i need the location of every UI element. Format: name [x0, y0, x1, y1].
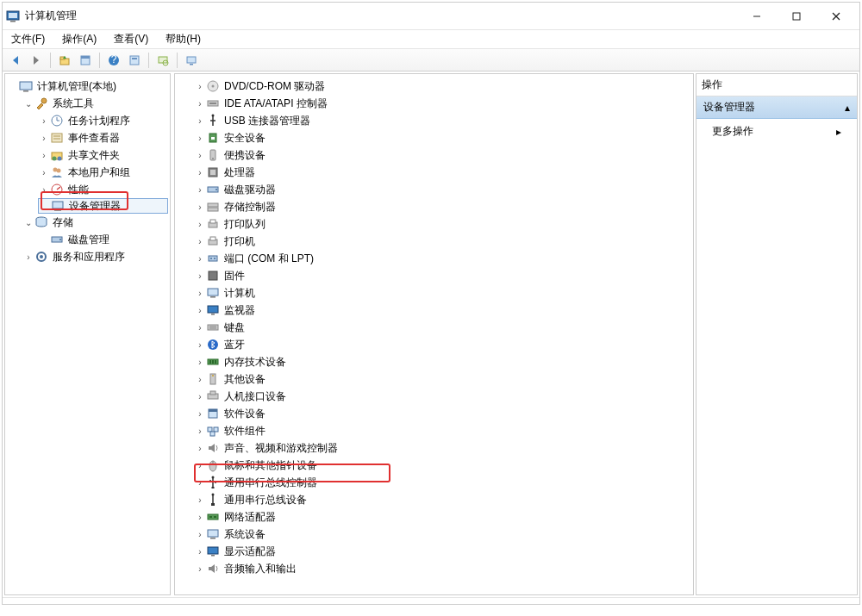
设备节点-dvd[interactable]: ›DVD/CD-ROM 驱动器 [194, 78, 691, 95]
设备节点-usb_conn[interactable]: ›USB 连接器管理器 [194, 112, 691, 129]
展开图标[interactable]: › [194, 271, 206, 281]
展开图标[interactable]: › [194, 82, 206, 91]
刷新按钮[interactable] [125, 51, 144, 70]
设备节点-sw_devices[interactable]: ›软件设备 [194, 405, 691, 422]
设备节点-usb_ctrl[interactable]: ›通用串行总线控制器 [194, 474, 691, 491]
帮助按钮[interactable]: ? [104, 51, 123, 70]
设备节点-computer[interactable]: ›计算机 [194, 284, 691, 302]
设备节点-system_dev[interactable]: ›系统设备 [194, 526, 691, 543]
展开图标[interactable]: › [194, 340, 206, 350]
展开图标[interactable]: › [194, 444, 206, 453]
任务计划程序节点[interactable]: ›任务计划程序 [38, 112, 168, 129]
展开图标[interactable]: › [194, 513, 206, 522]
共享文件夹节点[interactable]: ›共享文件夹 [38, 146, 168, 164]
设备管理器节点-选中[interactable]: 设备管理器 [38, 198, 168, 214]
根节点[interactable]: 计算机管理(本地) [7, 78, 168, 95]
设备节点-printers[interactable]: ›打印机 [194, 233, 691, 250]
本地用户和组节点[interactable]: ›本地用户和组 [38, 164, 168, 181]
展开图标[interactable]: › [194, 564, 206, 574]
设备节点-sw_components[interactable]: ›软件组件 [194, 422, 691, 439]
展开图标[interactable]: › [194, 220, 206, 229]
设备节点-sound[interactable]: ›声音、视频和游戏控制器 [194, 439, 691, 457]
设备节点-usb_dev[interactable]: ›通用串行总线设备 [194, 491, 691, 508]
上级按钮[interactable] [55, 51, 74, 70]
事件查看器节点[interactable]: ›事件查看器 [38, 129, 168, 146]
展开图标[interactable]: › [194, 116, 206, 126]
svg-rect-23 [23, 90, 28, 92]
设备节点-memory[interactable]: ›内存技术设备 [194, 353, 691, 370]
展开图标[interactable]: › [194, 254, 206, 264]
展开图标[interactable]: › [194, 237, 206, 246]
usb_ctrl-图标 [206, 476, 220, 489]
性能节点[interactable]: ›性能 [38, 181, 168, 198]
展开图标[interactable]: › [194, 478, 206, 488]
other-图标 [206, 372, 220, 386]
设备节点-disk_drives[interactable]: ›磁盘驱动器 [194, 181, 691, 198]
设备节点-network[interactable]: ›网络适配器 [194, 508, 691, 526]
设备节点-mouse[interactable]: ›鼠标和其他指针设备 [194, 457, 691, 474]
最大化按钮[interactable] [777, 3, 816, 29]
设备节点-keyboards[interactable]: ›键盘 [194, 319, 691, 336]
设备节点-display[interactable]: ›显示适配器 [194, 543, 691, 560]
展开图标[interactable]: › [194, 392, 206, 401]
设备节点-storage_ctrl[interactable]: ›存储控制器 [194, 198, 691, 215]
monitors-图标 [206, 303, 220, 317]
扫描硬件按钮[interactable] [153, 51, 172, 70]
属性按钮[interactable] [76, 51, 95, 70]
磁盘管理节点[interactable]: 磁盘管理 [38, 231, 168, 248]
展开图标[interactable]: › [194, 99, 206, 109]
设备节点-security[interactable]: ›安全设备 [194, 129, 691, 146]
前进按钮[interactable] [27, 51, 46, 70]
关闭按钮[interactable] [816, 3, 856, 29]
展开图标[interactable]: › [194, 185, 206, 195]
展开图标[interactable]: › [194, 323, 206, 333]
查看菜单[interactable]: 查看(V) [110, 30, 152, 48]
printers-图标 [206, 234, 220, 248]
设备节点-hid[interactable]: ›人机接口设备 [194, 388, 691, 405]
设备节点-portable[interactable]: ›便携设备 [194, 146, 691, 164]
设备节点-ports[interactable]: ›端口 (COM 和 LPT) [194, 250, 691, 267]
展开图标[interactable]: › [194, 358, 206, 367]
svg-point-32 [53, 157, 57, 161]
展开图标[interactable]: › [194, 168, 206, 177]
processors-图标 [206, 165, 220, 179]
firmware-图标 [206, 269, 220, 283]
操作项-更多操作[interactable]: 更多操作 ▸ [696, 119, 857, 144]
后退按钮[interactable] [6, 51, 25, 70]
系统工具节点[interactable]: ⌄ 系统工具 [22, 95, 168, 112]
设备节点-monitors[interactable]: ›监视器 [194, 302, 691, 319]
展开图标[interactable]: › [194, 289, 206, 298]
文件菜单[interactable]: 文件(F) [8, 30, 48, 48]
显示设备按钮[interactable] [182, 51, 201, 70]
存储节点[interactable]: ⌄ 存储 [22, 214, 168, 231]
展开图标[interactable]: › [194, 530, 206, 539]
设备节点-ide[interactable]: ›IDE ATA/ATAPI 控制器 [194, 95, 691, 112]
帮助菜单[interactable]: 帮助(H) [162, 30, 204, 48]
展开图标[interactable]: › [194, 409, 206, 419]
最小化按钮[interactable] [737, 3, 777, 29]
设备节点-firmware[interactable]: ›固件 [194, 267, 691, 284]
usb_dev-图标 [206, 493, 220, 507]
展开图标[interactable]: › [194, 461, 206, 470]
操作窗格: 操作 设备管理器 ▴ 更多操作 ▸ [696, 73, 858, 595]
展开图标[interactable]: › [194, 306, 206, 315]
设备节点-other[interactable]: ›其他设备 [194, 370, 691, 388]
操作菜单[interactable]: 操作(A) [59, 30, 100, 48]
展开图标[interactable]: › [194, 151, 206, 160]
展开图标[interactable]: › [194, 547, 206, 557]
折叠图标[interactable]: ⌄ [22, 99, 34, 109]
计算机图标 [19, 79, 33, 93]
操作章节-设备管理器[interactable]: 设备管理器 ▴ [696, 96, 857, 119]
设备节点-print_queue[interactable]: ›打印队列 [194, 215, 691, 233]
设备节点-bluetooth[interactable]: ›蓝牙 [194, 336, 691, 353]
设备节点-processors[interactable]: ›处理器 [194, 164, 691, 181]
设备节点-audio_io[interactable]: ›音频输入和输出 [194, 560, 691, 577]
展开图标[interactable]: › [194, 134, 206, 143]
展开图标[interactable]: › [194, 202, 206, 212]
展开图标[interactable]: › [194, 426, 206, 436]
展开图标[interactable]: › [194, 375, 206, 384]
svg-marker-7 [13, 56, 18, 65]
服务和应用程序节点[interactable]: ›服务和应用程序 [22, 248, 168, 265]
sw_devices-图标 [206, 407, 220, 420]
展开图标[interactable]: › [194, 495, 206, 505]
